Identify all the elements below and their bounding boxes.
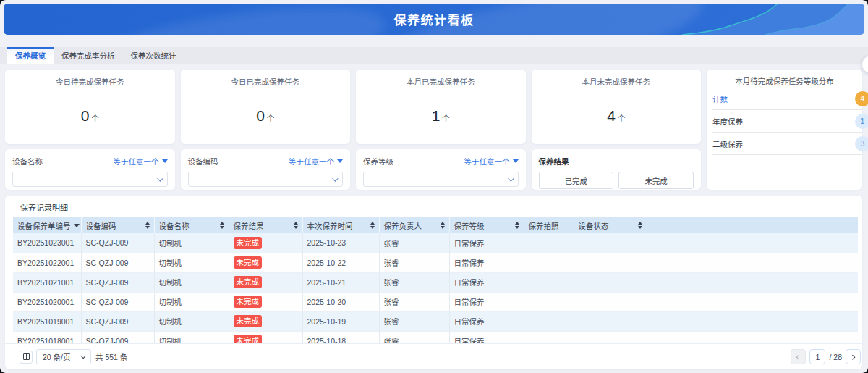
- cell-photo: [524, 292, 574, 311]
- cell-person: 张睿: [379, 331, 449, 343]
- stat-value: 0: [81, 107, 90, 125]
- cell-photo: [524, 272, 574, 292]
- cell-date: 2025-10-23: [302, 233, 379, 253]
- cell-device-name: 切制机: [154, 331, 229, 343]
- cell-status: [574, 331, 647, 343]
- cell-device-name: 切制机: [154, 311, 229, 331]
- cell-status: [574, 272, 647, 292]
- result-done-button[interactable]: 已完成: [539, 172, 614, 189]
- filter-card-device-name: 设备名称 等于任意一个: [5, 149, 175, 190]
- page-size-select[interactable]: 20 条/页: [36, 349, 91, 364]
- stat-card-today-pending: 今日待完成保养任务 0个: [5, 70, 175, 144]
- tab-label: 保养次数统计: [131, 50, 176, 61]
- cell-device-name: 切制机: [154, 292, 229, 311]
- chevron-right-icon: [850, 355, 855, 360]
- cell-person: 张睿: [379, 292, 449, 311]
- sort-icon[interactable]: [145, 222, 150, 229]
- filter-card-result: 保养结果 已完成 未完成: [532, 149, 702, 190]
- sort-icon[interactable]: [370, 222, 375, 229]
- level-list: 计数 4 年度保养 1 二级保养 3: [707, 88, 862, 155]
- stat-title: 本月已完成保养任务: [407, 76, 475, 87]
- filter-operator-dropdown[interactable]: 等于任意一个: [289, 156, 343, 167]
- caret-down-icon: [337, 159, 343, 163]
- stat-value: 4: [607, 107, 616, 125]
- cell-filler: [647, 292, 858, 311]
- maintenance-record-card: 保养记录明细 设备保养单编号: [5, 196, 862, 369]
- table-scroll-area[interactable]: 设备保养单编号 设备编码: [13, 217, 858, 343]
- cell-date: 2025-10-20: [302, 292, 379, 311]
- cell-date: 2025-10-21: [302, 272, 379, 292]
- cell-device-name: 切制机: [154, 253, 229, 272]
- cell-order-no: BY20251020001: [13, 292, 81, 311]
- stat-title: 今日待完成保养任务: [56, 76, 124, 87]
- table-row[interactable]: BY20251018001 SC-QZJ-009 切制机 未完成 2025-10…: [13, 331, 858, 343]
- table-column-header[interactable]: 本次保养时间: [302, 217, 379, 233]
- tab[interactable]: 保养完成率分析: [54, 47, 123, 64]
- filter-label: 设备名称: [12, 156, 43, 167]
- level-row[interactable]: 年度保养 1: [712, 110, 862, 133]
- filter-operator-dropdown[interactable]: 等于任意一个: [114, 156, 168, 167]
- table-column-header[interactable]: 保养拍照: [524, 217, 574, 233]
- tab-label: 保养完成率分析: [61, 50, 115, 61]
- table-row[interactable]: BY20251019001 SC-QZJ-009 切制机 未完成 2025-10…: [13, 311, 858, 331]
- cell-date: 2025-10-19: [302, 311, 379, 331]
- cell-filler: [647, 272, 858, 292]
- stat-value-group: 1个: [432, 87, 450, 144]
- level-count-badge: 3: [855, 136, 868, 151]
- device-name-select[interactable]: [12, 172, 168, 187]
- cell-result: 未完成: [229, 253, 302, 272]
- level-row[interactable]: 计数 4: [712, 88, 862, 110]
- filter-operator-dropdown[interactable]: 等于任意一个: [464, 156, 519, 167]
- table-column-header[interactable]: 保养结果: [229, 217, 302, 233]
- table-row[interactable]: BY20251021001 SC-QZJ-009 切制机 未完成 2025-10…: [13, 272, 858, 292]
- table-column-header[interactable]: [647, 217, 858, 233]
- table-row[interactable]: BY20251023001 SC-QZJ-009 切制机 未完成 2025-10…: [13, 233, 858, 253]
- filter-operator-label: 等于任意一个: [114, 156, 159, 167]
- cell-status: [574, 311, 647, 331]
- chevron-down-icon: [81, 353, 86, 359]
- column-settings-button[interactable]: [20, 351, 33, 364]
- table-column-header[interactable]: 设备名称: [154, 217, 229, 233]
- result-undone-button[interactable]: 未完成: [618, 172, 694, 189]
- chevron-down-icon: [157, 175, 163, 181]
- tab[interactable]: 保养次数统计: [123, 47, 184, 64]
- cell-order-no: BY20251021001: [13, 272, 81, 292]
- level-distribution-panel: 本月待完成保养任务等级分布 计数 4 年度保养 1: [707, 70, 862, 190]
- cell-result: 未完成: [229, 233, 302, 253]
- next-page-button[interactable]: [846, 349, 861, 364]
- table-column-header[interactable]: 保养等级: [449, 217, 524, 233]
- cell-device-name: 切制机: [154, 233, 229, 253]
- table-column-header[interactable]: 保养负责人: [379, 217, 449, 233]
- sort-icon[interactable]: [74, 224, 80, 227]
- filter-operator-label: 等于任意一个: [464, 156, 510, 167]
- device-code-select[interactable]: [188, 172, 344, 187]
- sort-icon[interactable]: [441, 222, 445, 229]
- table-column-header[interactable]: 设备保养单编号: [13, 217, 81, 233]
- tab[interactable]: 保养概览: [7, 47, 54, 64]
- dashboard-page: 保养统计看板 保养概览 保养完成率分析 保养次数统计 今日待完成保养任务 0个 …: [0, 0, 868, 373]
- table-column-header[interactable]: 设备状态: [574, 217, 647, 233]
- tab-label: 保养概览: [15, 50, 46, 61]
- cell-status: [574, 253, 647, 272]
- content-area: 今日待完成保养任务 0个 今日已完成保养任务 0个 本月已完成保养任务 1个 本…: [5, 70, 862, 369]
- cell-date: 2025-10-22: [302, 253, 379, 272]
- column-label: 保养等级: [454, 220, 485, 231]
- sort-icon[interactable]: [638, 222, 642, 229]
- table-column-header[interactable]: 设备编码: [81, 217, 154, 233]
- table-row[interactable]: BY20251022001 SC-QZJ-009 切制机 未完成 2025-10…: [13, 253, 858, 272]
- sort-icon[interactable]: [294, 222, 298, 229]
- stat-value: 1: [432, 107, 441, 125]
- table-row[interactable]: BY20251020001 SC-QZJ-009 切制机 未完成 2025-10…: [13, 292, 858, 311]
- column-label: 设备保养单编号: [17, 220, 71, 231]
- filter-label: 保养等级: [363, 156, 393, 167]
- current-page-input[interactable]: [809, 349, 825, 364]
- column-label: 设备编码: [86, 220, 116, 231]
- column-label: 保养结果: [234, 220, 264, 231]
- total-count: 共 551 条: [95, 351, 127, 362]
- sort-icon[interactable]: [220, 222, 224, 229]
- maintenance-level-select[interactable]: [363, 172, 519, 187]
- level-row[interactable]: 二级保养 3: [712, 133, 862, 155]
- level-count-badge: 1: [855, 114, 868, 129]
- sort-icon[interactable]: [515, 222, 519, 229]
- prev-page-button[interactable]: [791, 349, 806, 364]
